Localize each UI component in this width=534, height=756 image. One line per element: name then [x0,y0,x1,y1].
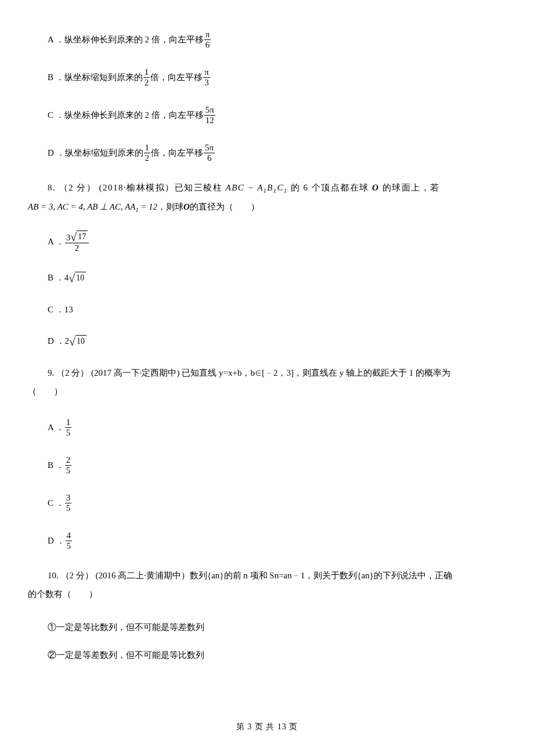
text: 的球面上，若 [383,183,440,192]
q8-option-b: B ． 4√10 [48,271,506,285]
q8-option-c: C ．13 [48,303,506,316]
sqrt-icon: √17 [70,231,88,242]
fraction-half: 1 2 [144,143,151,163]
q8-option-d: D ． 2√10 [48,334,506,348]
fraction-4-5: 4 5 [66,531,73,550]
fraction-3-5: 3 5 [65,494,72,513]
text: D ．纵坐标缩短到原来的 [48,146,143,160]
q8-line2: AB = 3, AC = 4, AB ⊥ AC, AA1 = 12 ，则球 O … [28,200,506,214]
math-O: O [183,200,190,214]
label: A ． [48,235,64,249]
label: A ． [48,421,64,434]
label: D ． [48,534,65,548]
label: C ．13 [48,303,73,316]
fraction-2-5: 2 5 [65,456,72,475]
fraction-3sqrt17-over-2: 3√17 2 [65,231,89,253]
label: C ． [48,496,64,510]
fraction-5pi-over-12: 5π 12 [204,106,215,125]
text: 8. （2 分） (2018·榆林模拟）已知三棱柱 [48,183,226,192]
label: B ． [48,459,64,472]
q9-option-d: D ． 4 5 [48,531,506,550]
q9-option-b: B ． 2 5 [48,456,506,475]
q10-line1: 10. （2 分） (2016 高二上·黄浦期中）数列{an}的前 n 项和 S… [48,569,506,582]
text: 倍，向左平移 [151,146,203,160]
text: ，则球 [157,200,183,214]
q9-line1: 9. （2 分） (2017 高一下·定西期中) 已知直线 y=x+b，b∈[﹣… [48,366,506,380]
math-expr: AB = 3, AC = 4, AB ⊥ AC, AA1 = 12 [28,200,157,214]
q8-line1: 8. （2 分） (2018·榆林模拟）已知三棱柱 ABC − A1B1C1 的… [48,181,506,195]
q7-option-b: B ．纵坐标缩短到原来的 1 2 倍，向左平移 π 3 [48,68,506,87]
sqrt-icon: √10 [69,335,86,347]
label: D ． [48,334,65,348]
fraction-1-5: 1 5 [65,418,72,437]
q9-option-a: A ． 1 5 [48,418,506,437]
page-footer: 第 3 页 共 13 页 [0,721,534,733]
fraction-5pi-over-6: 5π 6 [204,143,215,163]
q10-stmt-1: ①一定是等比数列，但不可能是等差数列 [48,621,506,634]
page: A ．纵坐标伸长到原来的 2 倍，向左平移 π 6 B ．纵坐标缩短到原来的 1… [0,0,534,756]
text: C ．纵坐标伸长到原来的 2 倍，向左平移 [48,109,204,122]
text: B ．纵坐标缩短到原来的 [48,71,143,84]
fraction-half: 1 2 [143,68,150,87]
text: 的 6 个顶点都在球 [291,183,372,192]
text: 的直径为（ ） [190,200,259,214]
q10-line2: 的个数有（ ） [28,588,506,601]
q7-option-a: A ．纵坐标伸长到原来的 2 倍，向左平移 π 6 [48,30,506,49]
math-expr: ABC − A1B1C1 [226,183,288,192]
text: 倍，向左平移 [150,71,203,84]
q9-option-c: C ． 3 5 [48,494,506,513]
q7-option-c: C ．纵坐标伸长到原来的 2 倍，向左平移 5π 12 [48,106,506,125]
q7-option-d: D ．纵坐标缩短到原来的 1 2 倍，向左平移 5π 6 [48,143,506,163]
fraction-pi-over-3: π 3 [203,68,210,87]
math-O: O [372,183,379,192]
q9-line2: （ ） [28,385,506,398]
label: B ． [48,271,64,285]
fraction-pi-over-6: π 6 [204,30,211,49]
text: A ．纵坐标伸长到原来的 2 倍，向左平移 [48,33,204,46]
sqrt-icon: √10 [68,272,86,283]
q10-stmt-2: ②一定是等差数列，但不可能是等比数列 [48,649,506,662]
q8-option-a: A ． 3√17 2 [48,231,506,253]
